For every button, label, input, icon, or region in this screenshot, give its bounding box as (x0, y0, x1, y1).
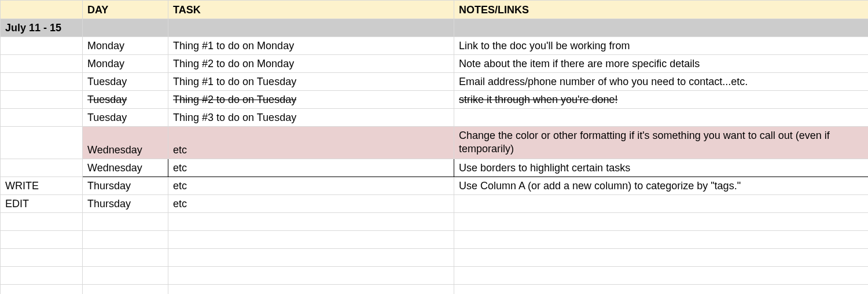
cell-task[interactable]: Thing #1 to do on Tuesday (168, 73, 454, 91)
cell-notes[interactable]: Change the color or other formatting if … (454, 127, 869, 159)
cell-notes[interactable] (454, 109, 869, 127)
cell-task[interactable]: Thing #3 to do on Tuesday (168, 109, 454, 127)
table-row: WRITE Thursday etc Use Column A (or add … (1, 177, 869, 194)
table-row: Tuesday Thing #1 to do on Tuesday Email … (1, 73, 869, 91)
table-row-highlight: Wednesday etc Change the color or other … (1, 127, 869, 159)
cell-notes[interactable]: Link to the doc you'll be working from (454, 37, 869, 55)
cell-day[interactable]: Wednesday (83, 159, 168, 177)
table-row-completed: Tuesday Thing #2 to do on Tuesday strike… (1, 91, 869, 109)
cell-day[interactable]: Monday (83, 55, 168, 73)
cell[interactable] (454, 266, 869, 284)
cell-notes[interactable]: Use Column A (or add a new column) to ca… (454, 177, 869, 194)
cell[interactable] (454, 248, 869, 266)
cell-notes[interactable]: Note about the item if there are more sp… (454, 55, 869, 73)
header-row: DAY TASK NOTES/LINKS (1, 1, 869, 19)
cell-tag[interactable] (1, 159, 83, 177)
cell-day[interactable]: Wednesday (83, 127, 168, 159)
cell-task[interactable]: Thing #2 to do on Monday (168, 55, 454, 73)
header-task[interactable]: TASK (168, 1, 454, 19)
cell-notes[interactable] (454, 194, 869, 212)
cell[interactable] (83, 284, 168, 294)
cell-day[interactable]: Tuesday (83, 73, 168, 91)
cell[interactable] (1, 230, 83, 248)
header-day[interactable]: DAY (83, 1, 168, 19)
header-col1[interactable] (1, 1, 83, 19)
cell-day[interactable]: Tuesday (83, 91, 168, 109)
cell[interactable] (454, 284, 869, 294)
cell[interactable] (168, 19, 454, 37)
cell-task[interactable]: etc (168, 177, 454, 194)
header-notes[interactable]: NOTES/LINKS (454, 1, 869, 19)
cell-task[interactable]: Thing #1 to do on Monday (168, 37, 454, 55)
week-row: July 11 - 15 (1, 19, 869, 37)
table-row-empty (1, 230, 869, 248)
table-row-empty (1, 248, 869, 266)
cell[interactable] (168, 248, 454, 266)
cell-tag[interactable] (1, 109, 83, 127)
cell-task[interactable]: etc (168, 159, 454, 177)
cell[interactable] (168, 284, 454, 294)
cell-day[interactable]: Thursday (83, 194, 168, 212)
cell-notes[interactable]: Email address/phone number of who you ne… (454, 73, 869, 91)
cell[interactable] (83, 230, 168, 248)
cell-day[interactable]: Thursday (83, 177, 168, 194)
cell[interactable] (83, 19, 168, 37)
cell[interactable] (168, 230, 454, 248)
cell[interactable] (83, 212, 168, 230)
cell[interactable] (1, 248, 83, 266)
cell[interactable] (1, 266, 83, 284)
table-row: Tuesday Thing #3 to do on Tuesday (1, 109, 869, 127)
table-row-empty (1, 266, 869, 284)
cell-tag[interactable]: WRITE (1, 177, 83, 194)
cell[interactable] (1, 212, 83, 230)
spreadsheet-table[interactable]: DAY TASK NOTES/LINKS July 11 - 15 Monday… (0, 0, 868, 294)
cell-day[interactable]: Monday (83, 37, 168, 55)
cell-tag[interactable] (1, 55, 83, 73)
cell-tag[interactable] (1, 37, 83, 55)
week-label-cell[interactable]: July 11 - 15 (1, 19, 83, 37)
cell-notes[interactable]: Use borders to highlight certain tasks (454, 159, 869, 177)
table-row-bordered: Wednesday etc Use borders to highlight c… (1, 159, 869, 177)
cell-day[interactable]: Tuesday (83, 109, 168, 127)
cell-task[interactable]: etc (168, 194, 454, 212)
cell[interactable] (168, 212, 454, 230)
table-row-empty (1, 212, 869, 230)
table-row-empty (1, 284, 869, 294)
cell-tag[interactable]: EDIT (1, 194, 83, 212)
cell-tag[interactable] (1, 91, 83, 109)
cell-task[interactable]: etc (168, 127, 454, 159)
table-row: Monday Thing #2 to do on Monday Note abo… (1, 55, 869, 73)
table-row: Monday Thing #1 to do on Monday Link to … (1, 37, 869, 55)
cell[interactable] (454, 19, 869, 37)
cell[interactable] (1, 284, 83, 294)
cell-task[interactable]: Thing #2 to do on Tuesday (168, 91, 454, 109)
cell-tag[interactable] (1, 73, 83, 91)
cell-tag[interactable] (1, 127, 83, 159)
cell[interactable] (83, 248, 168, 266)
table-row: EDIT Thursday etc (1, 194, 869, 212)
cell-notes[interactable]: strike it through when you're done! (454, 91, 869, 109)
cell[interactable] (168, 266, 454, 284)
cell[interactable] (454, 212, 869, 230)
cell[interactable] (83, 266, 168, 284)
cell[interactable] (454, 230, 869, 248)
